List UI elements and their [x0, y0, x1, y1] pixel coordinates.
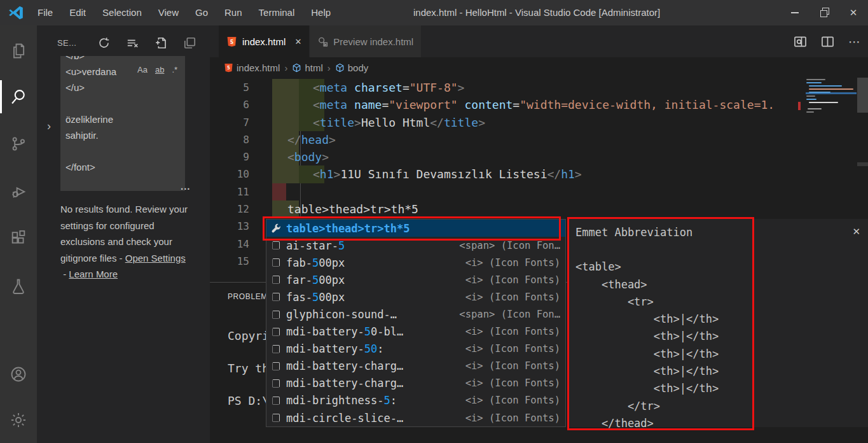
suggestion-item[interactable]: mdi-battery-50-bl…<i> (Icon Fonts) [266, 323, 565, 341]
search-query-line [65, 95, 180, 111]
suggest-widget[interactable]: table>thead>tr>th*5ai-star-5<span> (Icon… [266, 219, 566, 427]
search-icon[interactable] [0, 80, 37, 113]
match-case-icon[interactable]: Aa [137, 65, 148, 74]
line-number: 5 [229, 79, 249, 96]
code-line-7[interactable]: 7<title>Hello Html</title> [210, 114, 868, 131]
window-controls: ✕ [780, 0, 868, 25]
code-line-11[interactable]: 11 [210, 183, 868, 200]
menu-bar: FileEditSelectionViewGoRunTerminalHelp [29, 0, 339, 25]
menu-view[interactable]: View [150, 0, 187, 25]
suggestion-label: mdi-battery-charg… [286, 360, 403, 372]
code-line-8[interactable]: 8</head> [210, 131, 868, 148]
suggestion-item[interactable]: fas-500px<i> (Icon Fonts) [266, 288, 565, 306]
explorer-icon[interactable] [0, 34, 37, 67]
menu-file[interactable]: File [29, 0, 61, 25]
close-button[interactable]: ✕ [839, 0, 868, 25]
collapse-all-icon[interactable] [184, 37, 196, 49]
suggestion-label: mdi-brightness-5: [286, 394, 397, 407]
code-line-9[interactable]: 9<body> [210, 148, 868, 165]
suggestion-item[interactable]: fab-500px<i> (Icon Fonts) [266, 254, 565, 271]
scrollbar-thumb[interactable] [857, 78, 868, 113]
regex-icon[interactable]: .* [172, 65, 177, 74]
suggestion-item[interactable]: mdi-battery-charg…<i> (Icon Fonts) [266, 358, 565, 375]
tab-close-icon[interactable]: ✕ [294, 37, 301, 46]
tab-problems[interactable]: PROBLEMS [228, 292, 266, 301]
terminal-line: Try th [228, 362, 269, 375]
suggestion-detail: <i> (Icon Fonts) [465, 377, 560, 389]
breadcrumb-item-body[interactable]: body [335, 62, 369, 73]
search-query-line [65, 143, 180, 159]
menu-help[interactable]: Help [303, 0, 339, 25]
whole-word-icon[interactable]: ab [155, 65, 164, 74]
line-number: 8 [229, 131, 249, 148]
menu-terminal[interactable]: Terminal [251, 0, 303, 25]
minimap-code-bar [808, 108, 822, 109]
more-actions-icon[interactable]: ⋯ [848, 39, 860, 45]
suggestion-label: table>thead>tr>th*5 [286, 222, 410, 235]
code-line-6[interactable]: 6<meta name="viewport" content="width=de… [210, 96, 868, 113]
search-input[interactable]: </b><u>verdana</u> özeliklerinesahiptir.… [60, 56, 185, 191]
suggestion-detail: <i> (Icon Fonts) [465, 395, 560, 406]
suggestion-item[interactable]: ai-star-5<span> (Icon Fon… [266, 237, 565, 254]
search-results-message: No results found. Review your settings f… [60, 201, 195, 283]
sidebar-actions [98, 37, 196, 49]
suggestion-item[interactable]: mdi-circle-slice-…<i> (Icon Fonts) [266, 409, 565, 426]
sidebar-header: SE... [57, 34, 203, 51]
suggestion-item[interactable]: mdi-brightness-5:<i> (Icon Fonts) [266, 392, 565, 409]
search-details-toggle[interactable]: ... [181, 181, 191, 192]
settings-gear-icon[interactable] [0, 404, 37, 437]
breadcrumb-separator: › [327, 62, 331, 73]
restore-button[interactable] [809, 0, 839, 25]
search-query-line: özeliklerine [65, 111, 180, 127]
minimap-code-bar [806, 95, 815, 97]
extensions-icon[interactable] [0, 222, 37, 255]
line-number: 11 [229, 183, 249, 200]
git-deleted-gutter [272, 183, 286, 200]
suggestion-label: mdi-battery-50-bl… [286, 325, 403, 338]
restore-icon [821, 10, 828, 17]
menu-edit[interactable]: Edit [61, 0, 94, 25]
menu-go[interactable]: Go [187, 0, 216, 25]
clear-search-results-icon[interactable] [127, 37, 139, 49]
window-title: index.html - HelloHtml - Visual Studio C… [413, 0, 660, 25]
menu-selection[interactable]: Selection [94, 0, 150, 25]
open-new-search-editor-icon[interactable] [155, 37, 167, 49]
svg-text:5: 5 [230, 38, 233, 45]
code-line-12[interactable]: 12table>thead>tr>th*5 [210, 200, 868, 218]
line-number: 7 [229, 114, 249, 131]
breadcrumb-separator: › [284, 62, 287, 73]
minimap[interactable] [806, 78, 856, 230]
docs-close-icon[interactable]: ✕ [852, 223, 860, 240]
run-and-debug-icon[interactable] [0, 174, 37, 207]
suggestion-item[interactable]: mdi-battery-charg…<i> (Icon Fonts) [266, 375, 565, 392]
minimap-code-bar [809, 88, 853, 90]
symbol-cube-icon [292, 63, 301, 73]
testing-icon[interactable] [0, 270, 37, 303]
tab-index-html[interactable]: 5 index.html ✕ [219, 25, 309, 57]
line-number: 14 [229, 236, 249, 253]
suggestion-label: fas-500px [286, 291, 345, 304]
breadcrumb-item-index.html[interactable]: 5index.html [224, 62, 280, 73]
suggestion-label: glyphicon-sound-… [286, 308, 397, 321]
open-preview-side-icon[interactable] [794, 35, 807, 48]
suggestion-item[interactable]: mdi-battery-50:<i> (Icon Fonts) [266, 341, 565, 358]
source-control-icon[interactable] [0, 127, 37, 160]
breadcrumb-item-html[interactable]: html [292, 62, 322, 73]
minimap-code-bar [806, 111, 814, 113]
suggestion-detail: <span> (Icon Fon… [459, 240, 560, 251]
account-icon[interactable] [0, 358, 37, 391]
text-suggestion-icon [270, 311, 282, 319]
learn-more-link[interactable]: Learn More [69, 269, 118, 279]
code-line-5[interactable]: 5<meta charset="UTF-8"> [210, 79, 868, 96]
suggestion-item[interactable]: glyphicon-sound-…<span> (Icon Fon… [266, 306, 565, 323]
suggestion-item[interactable]: far-500px<i> (Icon Fonts) [266, 271, 565, 288]
tab-preview-index-html[interactable]: Preview index.html [309, 25, 421, 57]
open-settings-link[interactable]: Open Settings [125, 253, 186, 264]
split-editor-icon[interactable] [821, 35, 834, 48]
code-line-10[interactable]: 10<h1>11U Sınıfı Devamsızlık Listesi</h1… [210, 165, 868, 183]
suggestion-item-selected[interactable]: table>thead>tr>th*5 [266, 220, 565, 237]
menu-run[interactable]: Run [216, 0, 251, 25]
refresh-icon[interactable] [98, 37, 110, 49]
minimize-button[interactable] [780, 0, 809, 25]
toggle-replace-chevron-icon[interactable]: › [47, 120, 51, 133]
